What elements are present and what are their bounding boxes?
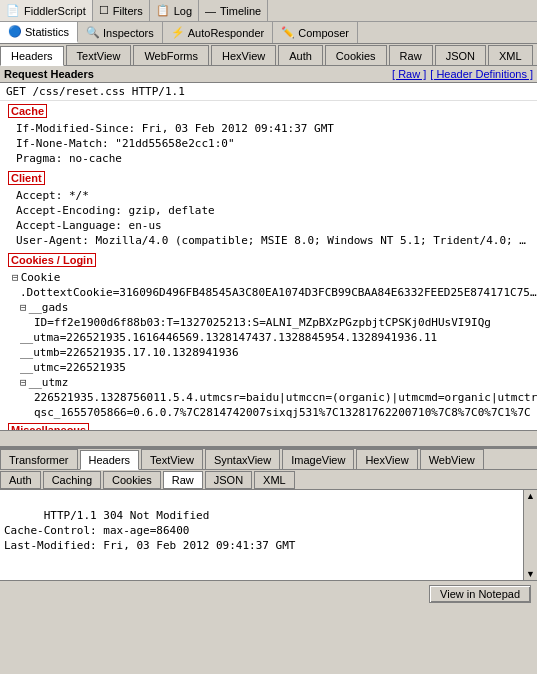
inspect-icon: 🔍	[86, 26, 100, 39]
bottom-tab-hexview[interactable]: HexView	[356, 449, 417, 469]
timeline-label: Timeline	[220, 5, 261, 17]
composer-tab[interactable]: ✏️ Composer	[273, 22, 358, 43]
tab-textview[interactable]: TextView	[66, 45, 132, 65]
stats-icon: 🔵	[8, 25, 22, 38]
cookie-tree-content: .DottextCookie=316096D496FB48545A3C80EA1…	[6, 285, 537, 420]
tab-hexview[interactable]: HexView	[211, 45, 276, 65]
statistics-label: Statistics	[25, 26, 69, 38]
tab-raw[interactable]: Raw	[389, 45, 433, 65]
filters-tab[interactable]: ☐ Filters	[93, 0, 150, 21]
scrollbar-down-btn[interactable]: ▼	[526, 569, 535, 579]
bottom-subtab-xml[interactable]: XML	[254, 471, 295, 489]
cache-item-1: If-None-Match: "21dd55658e2cc1:0"	[16, 136, 527, 151]
bottom-tab-syntaxview[interactable]: SyntaxView	[205, 449, 280, 469]
tab-auth[interactable]: Auth	[278, 45, 323, 65]
bottom-tab-textview[interactable]: TextView	[141, 449, 203, 469]
log-icon: 📋	[156, 4, 170, 17]
h-scroll-inner[interactable]	[0, 431, 537, 446]
main-scroll-wrapper: Cache If-Modified-Since: Fri, 03 Feb 201…	[0, 101, 537, 430]
headers-scroll-area[interactable]: Cache If-Modified-Since: Fri, 03 Feb 201…	[0, 101, 537, 430]
view-in-notepad-button[interactable]: View in Notepad	[429, 585, 531, 603]
fiddlerscript-label: FiddlerScript	[24, 5, 86, 17]
misc-section: Miscellaneous Referer: http://www.cnblog…	[0, 420, 537, 430]
bottom-tab-imageview[interactable]: ImageView	[282, 449, 354, 469]
request-headers-bar: Request Headers [ Raw ] [ Header Definit…	[0, 66, 537, 83]
header-links: [ Raw ] [ Header Definitions ]	[392, 68, 533, 80]
filters-label: Filters	[113, 5, 143, 17]
bottom-subtab-caching[interactable]: Caching	[43, 471, 101, 489]
bottom-subtab-cookies[interactable]: Cookies	[103, 471, 161, 489]
cookies-label: Cookies / Login	[8, 253, 96, 267]
cache-label: Cache	[8, 104, 47, 118]
misc-label: Miscellaneous	[8, 423, 89, 430]
expand-icon[interactable]: ⊟	[12, 270, 19, 285]
notepad-bar: View in Notepad	[0, 580, 537, 606]
fiddlerscript-tab[interactable]: 📄 FiddlerScript	[0, 0, 93, 21]
dottextcookie-item: .DottextCookie=316096D496FB48545A3C80EA1…	[20, 285, 537, 300]
cache-content: If-Modified-Since: Fri, 03 Feb 2012 09:4…	[0, 121, 537, 168]
bottom-tabs: Transformer Headers TextView SyntaxView …	[0, 448, 537, 470]
tab-headers[interactable]: Headers	[0, 46, 64, 66]
log-label: Log	[174, 5, 192, 17]
horizontal-scrollbar[interactable]	[0, 430, 537, 446]
raw-link[interactable]: [ Raw ]	[392, 68, 426, 80]
composer-label: Composer	[298, 27, 349, 39]
cookies-section: Cookies / Login ⊟ Cookie .DottextCookie=…	[0, 250, 537, 420]
statistics-tab[interactable]: 🔵 Statistics	[0, 22, 78, 43]
gads-tree: ⊟ __gads	[20, 300, 537, 315]
client-item-1: Accept-Encoding: gzip, deflate	[16, 203, 527, 218]
bottom-tab-webview[interactable]: WebView	[420, 449, 484, 469]
timeline-tab[interactable]: — Timeline	[199, 0, 268, 21]
client-section: Client Accept: */* Accept-Encoding: gzip…	[0, 168, 537, 250]
client-item-2: Accept-Language: en-us	[16, 218, 527, 233]
filter-icon: ☐	[99, 4, 109, 17]
cache-item-0: If-Modified-Since: Fri, 03 Feb 2012 09:4…	[16, 121, 527, 136]
client-label: Client	[8, 171, 45, 185]
tab-xml[interactable]: XML	[488, 45, 533, 65]
utmz-value: 226521935.1328756011.5.4.utmcsr=baidu|ut…	[34, 390, 537, 405]
second-toolbar: 🔵 Statistics 🔍 Inspectors ⚡ AutoResponde…	[0, 22, 537, 44]
gads-expand-icon[interactable]: ⊟	[20, 300, 27, 315]
client-content: Accept: */* Accept-Encoding: gzip, defla…	[0, 188, 537, 250]
script-icon: 📄	[6, 4, 20, 17]
http-request-line: GET /css/reset.css HTTP/1.1	[0, 83, 537, 101]
tab-row: Headers TextView WebForms HexView Auth C…	[0, 44, 537, 66]
cache-item-2: Pragma: no-cache	[16, 151, 527, 166]
inspectors-tab[interactable]: 🔍 Inspectors	[78, 22, 163, 43]
utmc-item: __utmc=226521935	[20, 360, 537, 375]
timeline-icon: —	[205, 5, 216, 17]
bottom-subtab-auth[interactable]: Auth	[0, 471, 41, 489]
autoresponder-label: AutoResponder	[188, 27, 264, 39]
bottom-tab-transformer[interactable]: Transformer	[0, 449, 78, 469]
utma-item: __utma=226521935.1616446569.1328147437.1…	[20, 330, 537, 345]
bottom-subtab-json[interactable]: JSON	[205, 471, 252, 489]
header-def-link[interactable]: [ Header Definitions ]	[430, 68, 533, 80]
utmz-content: 226521935.1328756011.5.4.utmcsr=baidu|ut…	[20, 390, 537, 420]
tab-json[interactable]: JSON	[435, 45, 486, 65]
compose-icon: ✏️	[281, 26, 295, 39]
gads-value: ID=ff2e1900d6f88b03:T=1327025213:S=ALNI_…	[34, 315, 537, 330]
tab-cookies[interactable]: Cookies	[325, 45, 387, 65]
scrollbar-up-btn[interactable]: ▲	[526, 491, 535, 501]
tab-webforms[interactable]: WebForms	[133, 45, 209, 65]
auto-icon: ⚡	[171, 26, 185, 39]
client-item-3: User-Agent: Mozilla/4.0 (compatible; MSI…	[16, 233, 527, 248]
cache-section: Cache If-Modified-Since: Fri, 03 Feb 201…	[0, 101, 537, 168]
request-headers-title: Request Headers	[4, 68, 94, 80]
log-tab[interactable]: 📋 Log	[150, 0, 199, 21]
bottom-subtab-raw[interactable]: Raw	[163, 471, 203, 489]
bottom-subtabs: Auth Caching Cookies Raw JSON XML	[0, 470, 537, 490]
gads-content: ID=ff2e1900d6f88b03:T=1327025213:S=ALNI_…	[20, 315, 537, 330]
utmb-item: __utmb=226521935.17.10.1328941936	[20, 345, 537, 360]
client-item-0: Accept: */*	[16, 188, 527, 203]
top-toolbar: 📄 FiddlerScript ☐ Filters 📋 Log — Timeli…	[0, 0, 537, 22]
bottom-panel: Transformer Headers TextView SyntaxView …	[0, 446, 537, 606]
utmz-tree: ⊟ __utmz	[20, 375, 537, 390]
bottom-tab-headers[interactable]: Headers	[80, 450, 140, 470]
main-content: Request Headers [ Raw ] [ Header Definit…	[0, 66, 537, 446]
response-text-area[interactable]: HTTP/1.1 304 Not Modified Cache-Control:…	[0, 490, 523, 580]
utmz-expand-icon[interactable]: ⊟	[20, 375, 27, 390]
autoresponder-tab[interactable]: ⚡ AutoResponder	[163, 22, 273, 43]
inspectors-label: Inspectors	[103, 27, 154, 39]
gsc-value: qsc_1655705866=0.6.0.7%7C2814742007sixqj…	[34, 405, 537, 420]
